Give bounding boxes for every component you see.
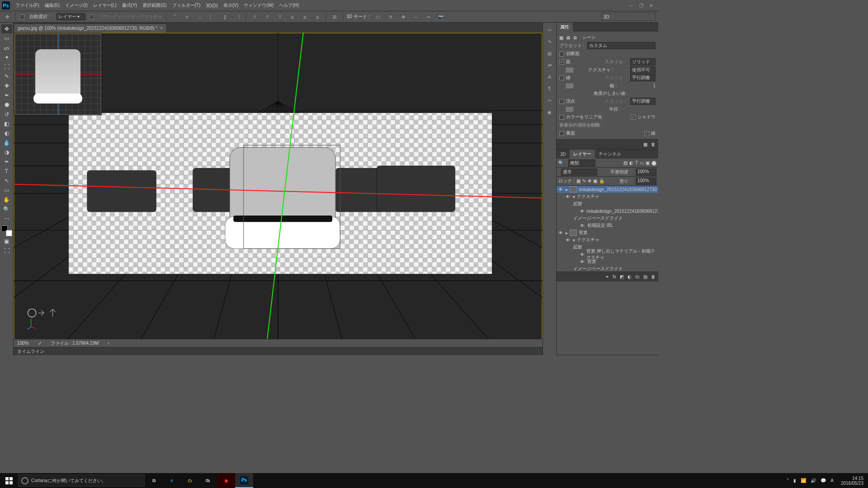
face-style-dropdown[interactable]: ソリッド [630, 58, 656, 66]
lasso-tool[interactable]: ᔕ [1, 43, 12, 52]
shadow-checkbox[interactable] [631, 115, 636, 120]
crop-tool[interactable]: ⛶ [1, 62, 12, 71]
filter-type-icon[interactable]: T [635, 160, 638, 165]
channels-panel-tab[interactable]: チャンネル [595, 150, 625, 159]
menu-3d[interactable]: 3D(D) [203, 3, 221, 8]
wand-tool[interactable]: ✦ [1, 53, 12, 62]
filter-shape-icon[interactable]: ▭ [640, 160, 644, 165]
fx-icon[interactable]: fx [613, 274, 616, 279]
align-hcenter-icon[interactable]: ∥ [221, 12, 230, 21]
group-icon[interactable]: 🗀 [635, 274, 640, 279]
properties-tab[interactable]: 属性 [557, 23, 573, 32]
stamp-tool[interactable]: ⬢ [1, 100, 12, 109]
layer-item[interactable]: 👁▾テクスチャ [557, 236, 658, 244]
distribute-right-icon[interactable]: ⫼ [313, 12, 322, 21]
visibility-icon[interactable]: 👁 [558, 230, 564, 235]
lock-all-icon[interactable]: 🔒 [599, 178, 604, 183]
visibility-icon[interactable]: 👁 [580, 259, 585, 264]
secondary-view[interactable] [14, 33, 101, 115]
eyedropper-tool[interactable]: ✎ [1, 72, 12, 81]
layer-item[interactable]: 👁▸rinkakdesign_20151224183606812730 [557, 186, 658, 193]
face-color-swatch[interactable] [566, 67, 574, 73]
blend-mode-dropdown[interactable]: 通常 [561, 169, 597, 176]
type-tool[interactable]: T [1, 167, 12, 176]
filter-smart-icon[interactable]: ▣ [646, 160, 650, 165]
layer-item[interactable]: イメージベースドライト [557, 215, 658, 222]
close-tab-icon[interactable]: × [160, 26, 163, 31]
menu-file[interactable]: ファイル(F) [13, 2, 42, 9]
filter-pixel-icon[interactable]: ▧ [623, 160, 627, 165]
menu-image[interactable]: イメージ(I) [62, 2, 90, 9]
roll-icon[interactable]: ⟳ [386, 12, 395, 21]
color-swatches[interactable] [1, 225, 12, 236]
align-top-icon[interactable]: ⎴ [170, 12, 179, 21]
layers-panel-tab[interactable]: レイヤー [570, 150, 595, 159]
visibility-icon[interactable]: 👁 [580, 209, 585, 214]
menu-help[interactable]: ヘルプ(H) [276, 2, 302, 9]
link-icon[interactable]: ⚭ [605, 274, 609, 279]
align-left-icon[interactable]: ⎸ [208, 12, 217, 21]
history-brush-tool[interactable]: ↺ [1, 110, 12, 119]
preset-dropdown[interactable]: カスタム [587, 42, 656, 49]
layer-item[interactable]: イメージベースドライト [557, 265, 658, 272]
zoom-level[interactable]: 100% [17, 341, 29, 346]
cc-libraries-icon[interactable]: ◉ [545, 108, 554, 117]
visibility-icon[interactable]: 👁 [558, 187, 564, 192]
zoom-icon[interactable]: ⇔ [424, 12, 433, 21]
move-tool-icon[interactable]: ✥ [3, 12, 12, 21]
layer-item[interactable]: 👁▸背景 [557, 229, 658, 236]
gradient-tool[interactable]: ◐ [1, 129, 12, 138]
dodge-tool[interactable]: ◑ [1, 148, 12, 157]
menu-window[interactable]: ウィンドウ(W) [241, 2, 276, 9]
hand-tool[interactable]: ✋ [1, 195, 12, 204]
paragraph-panel-icon[interactable]: ¶ [545, 84, 554, 93]
history-icon[interactable]: ↩ [545, 25, 554, 34]
layer-item[interactable]: 👁▾テクスチャ [557, 193, 658, 200]
menu-type[interactable]: 書式(Y) [119, 2, 140, 9]
swatch-panel-icon[interactable]: ▤ [545, 49, 554, 58]
faces-checkbox[interactable] [559, 60, 564, 65]
filter-kind-dropdown[interactable]: 種類 [568, 160, 595, 167]
menu-filter[interactable]: フィルター(T) [170, 2, 203, 9]
close-icon[interactable]: ✕ [648, 3, 654, 8]
maximize-icon[interactable]: ❐ [638, 3, 644, 8]
menu-view[interactable]: 表示(V) [221, 2, 241, 9]
opacity-input[interactable]: 100% [636, 169, 656, 176]
visibility-icon[interactable]: 👁 [580, 223, 585, 228]
slide-icon[interactable]: ↔ [411, 12, 420, 21]
cross-section-checkbox[interactable] [559, 52, 564, 56]
trash-icon[interactable]: 🗑 [651, 142, 656, 147]
expand-icon[interactable]: ⤢ [38, 341, 42, 346]
points-checkbox[interactable] [559, 99, 564, 104]
camera-icon[interactable]: 📷 [437, 12, 446, 21]
auto-select-dropdown[interactable]: レイヤー ▾ [57, 13, 85, 20]
workspace-dropdown[interactable]: 3D [601, 13, 656, 21]
quickmask-tool[interactable]: ▣ [1, 237, 12, 246]
linearize-checkbox[interactable] [559, 115, 564, 120]
adjustment-icon[interactable]: ◐ [627, 274, 632, 279]
move-tool[interactable]: ✥ [1, 24, 12, 33]
auto-align-icon[interactable]: ⊞ [330, 12, 339, 21]
gear-icon[interactable]: ✿ [573, 35, 577, 40]
3d-panel-tab[interactable]: 3D [557, 150, 570, 158]
distribute-vcenter-icon[interactable]: ⫴ [263, 12, 272, 21]
character-panel-icon[interactable]: A [545, 72, 554, 81]
menu-select[interactable]: 選択範囲(S) [140, 2, 169, 9]
distribute-hcenter-icon[interactable]: ⫼ [301, 12, 310, 21]
visibility-icon[interactable]: 👁 [566, 238, 571, 243]
layer-list[interactable]: 👁▸rinkakdesign_20151224183606812730 👁▾テク… [557, 186, 658, 272]
minimize-icon[interactable]: ─ [628, 3, 634, 8]
pen-tool[interactable]: ✒ [1, 157, 12, 166]
delete-layer-icon[interactable]: 🗑 [651, 274, 656, 279]
lines-checkbox[interactable] [559, 75, 564, 80]
more-tools[interactable]: ⋯ [1, 214, 12, 223]
backface-checkbox[interactable] [559, 131, 564, 136]
align-bottom-icon[interactable]: ⎵ [195, 12, 204, 21]
distribute-top-icon[interactable]: ⫴ [250, 12, 259, 21]
layer-item[interactable]: 拡散 [557, 200, 658, 207]
lock-brush-icon[interactable]: ✎ [582, 178, 586, 183]
bbox-checkbox[interactable] [89, 14, 94, 19]
brush-panel-icon[interactable]: ✎ [545, 37, 554, 46]
pan-icon[interactable]: ✥ [399, 12, 408, 21]
filter-toggle[interactable]: ⬤ [651, 160, 656, 165]
